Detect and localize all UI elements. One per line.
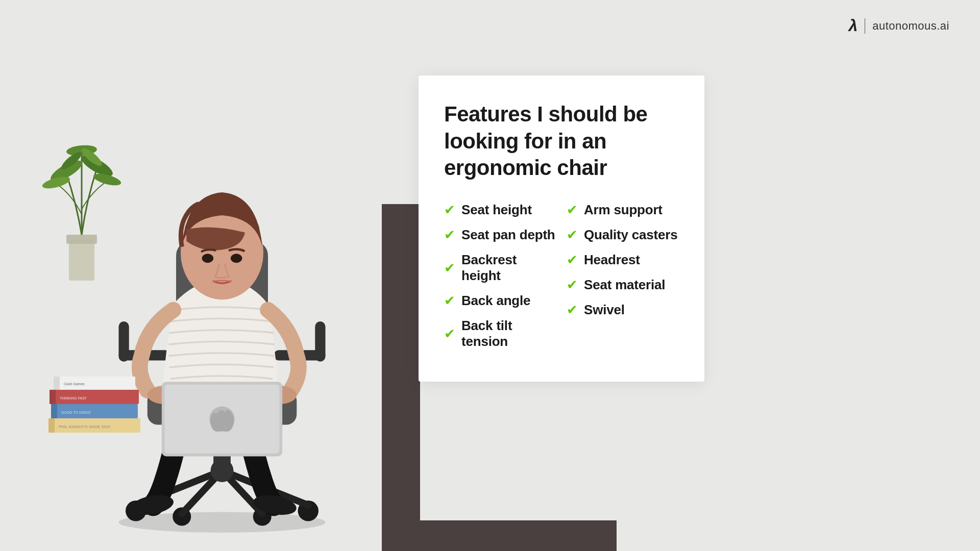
svg-rect-39 <box>315 321 325 362</box>
svg-text:GOOD TO GREAT: GOOD TO GREAT <box>61 411 91 414</box>
svg-rect-10 <box>48 418 55 433</box>
dark-decorative-block-bottom <box>382 520 617 551</box>
checkmark-icon: ✔ <box>444 203 455 216</box>
svg-text:Cash Games: Cash Games <box>64 382 85 386</box>
feature-item-seat-material: ✔ Seat material <box>567 277 679 293</box>
feature-label: Seat pan depth <box>461 227 555 243</box>
svg-rect-37 <box>119 321 129 362</box>
svg-rect-16 <box>50 390 56 404</box>
feature-item-swivel: ✔ Swivel <box>567 302 679 318</box>
brand-name: autonomous.ai <box>872 19 949 33</box>
feature-item-arm-support: ✔ Arm support <box>567 202 679 218</box>
header-divider <box>865 18 865 34</box>
checkmark-icon: ✔ <box>567 278 578 291</box>
checkmark-icon: ✔ <box>444 327 455 340</box>
books-stack: PHIL KNIGHT'S SHOE DOC GOOD TO GREAT THI… <box>43 367 145 439</box>
feature-label: Headrest <box>584 252 640 268</box>
feature-item-seat-height: ✔ Seat height <box>444 202 556 218</box>
svg-text:PHIL KNIGHT'S SHOE DOC: PHIL KNIGHT'S SHOE DOC <box>59 424 111 429</box>
feature-label: Seat material <box>584 277 665 293</box>
checkmark-icon: ✔ <box>567 303 578 316</box>
feature-item-backrest-height: ✔ Backrest height <box>444 252 556 284</box>
checkmark-icon: ✔ <box>567 228 578 241</box>
features-left-column: ✔ Seat height ✔ Seat pan depth ✔ Backres… <box>444 202 556 349</box>
svg-rect-0 <box>69 240 94 281</box>
feature-item-headrest: ✔ Headrest <box>567 252 679 268</box>
feature-label: Swivel <box>584 302 625 318</box>
feature-label: Back tilt tension <box>461 318 556 349</box>
feature-label: Back angle <box>461 293 530 309</box>
header: λ autonomous.ai <box>848 16 949 35</box>
feature-label: Seat height <box>461 202 532 218</box>
svg-rect-19 <box>54 377 60 390</box>
plant-decoration <box>41 92 122 286</box>
left-section: PHIL KNIGHT'S SHOE DOC GOOD TO GREAT THI… <box>0 0 444 551</box>
feature-label: Arm support <box>584 202 663 218</box>
features-right-column: ✔ Arm support ✔ Quality casters ✔ Headre… <box>567 202 679 349</box>
checkmark-icon: ✔ <box>444 294 455 307</box>
feature-item-seat-pan-depth: ✔ Seat pan depth <box>444 227 556 243</box>
svg-point-49 <box>202 254 214 263</box>
checkmark-icon: ✔ <box>567 203 578 216</box>
svg-rect-13 <box>51 404 57 418</box>
feature-label: Quality casters <box>584 227 677 243</box>
feature-card: Features I should be looking for in an e… <box>419 76 704 382</box>
checkmark-icon: ✔ <box>567 253 578 266</box>
feature-item-quality-casters: ✔ Quality casters <box>567 227 679 243</box>
svg-point-50 <box>231 254 242 263</box>
feature-heading: Features I should be looking for in an e… <box>444 101 679 182</box>
feature-label: Backrest height <box>461 252 556 284</box>
features-grid: ✔ Seat height ✔ Seat pan depth ✔ Backres… <box>444 202 679 349</box>
dark-decorative-block <box>382 204 420 551</box>
feature-item-back-tilt-tension: ✔ Back tilt tension <box>444 318 556 349</box>
svg-text:THINKING FAST: THINKING FAST <box>60 396 87 400</box>
svg-rect-1 <box>66 235 97 244</box>
lambda-logo-icon: λ <box>848 16 857 35</box>
checkmark-icon: ✔ <box>444 261 455 274</box>
feature-item-back-angle: ✔ Back angle <box>444 293 556 309</box>
checkmark-icon: ✔ <box>444 228 455 241</box>
